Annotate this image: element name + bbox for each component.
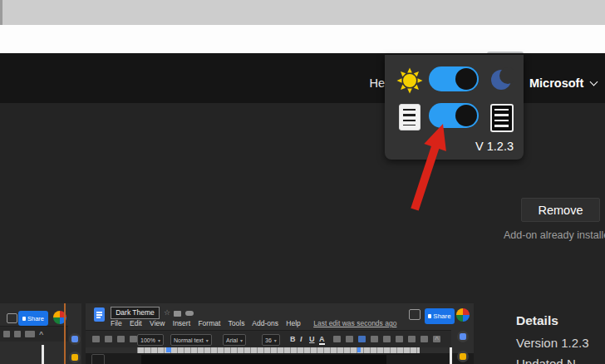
style-chip: Normal text (170, 334, 212, 346)
italic-button: I (300, 335, 302, 343)
document-page-dark (141, 355, 386, 364)
calendar-side-icon (457, 331, 469, 342)
indent-icon (421, 336, 428, 342)
share-button-left-thumb: Share (18, 311, 48, 326)
help-link-partial[interactable]: He (347, 76, 385, 90)
collapse-caret-icon: ^ (39, 330, 43, 338)
bullet-list-icon (396, 336, 403, 342)
last-edit-label: Last edit was seconds ago (313, 319, 396, 327)
toolbar-strip: ^ (0, 326, 68, 342)
toolbar-glyph (25, 331, 35, 337)
avatar (456, 308, 470, 322)
line-spacing-icon (383, 336, 391, 342)
scrollbar (450, 347, 452, 364)
docs-line (96, 312, 102, 313)
moon-icon (489, 67, 514, 96)
numbered-list-icon (408, 336, 416, 342)
microsoft-menu[interactable]: Microsoft (529, 76, 597, 90)
document-dark-icon (490, 104, 514, 132)
menu-edit: Edit (130, 319, 142, 327)
comment-icon (7, 313, 17, 323)
link-icon (333, 336, 341, 342)
menu-format: Format (198, 319, 220, 327)
docs-line (96, 314, 102, 316)
share-label: Share (433, 312, 450, 320)
google-docs-icon (94, 307, 105, 322)
bold-button: B (290, 335, 296, 343)
redo-icon (105, 336, 112, 342)
sun-icon (396, 67, 423, 97)
ruler-margin-marker (357, 347, 361, 352)
window-edge (0, 0, 2, 25)
paint-format-icon (130, 336, 137, 342)
tab-strip[interactable] (0, 0, 605, 25)
addon-installed-status: Add-on already installed (504, 229, 605, 241)
keep-side-icon (69, 352, 81, 363)
details-version: Version 1.2.3 (516, 336, 589, 350)
docs-ruler (137, 347, 420, 353)
underline-button: U (309, 335, 315, 343)
docs-menu-bar: File Edit View Insert Format Tools Add-o… (111, 319, 402, 327)
theme-toggle[interactable] (429, 66, 479, 91)
keep-side-icon (457, 351, 469, 362)
cloud-status-icon (185, 311, 194, 316)
menu-insert: Insert (173, 319, 190, 327)
address-bar[interactable]: ddons/detail/google-docs-dark-mode/mbhpk… (0, 25, 605, 53)
chevron-down-icon (590, 77, 598, 86)
doc-title-box: Dark Theme (111, 307, 160, 319)
thumbnail-edge-line (64, 303, 66, 364)
document-dark-lines (494, 109, 509, 127)
comment-icon (409, 309, 421, 320)
text-color-button: A (319, 335, 325, 345)
screenshot-thumbnail-right[interactable]: Dark Theme ☆ File Edit View Insert Forma… (86, 303, 474, 364)
docs-line (96, 317, 101, 318)
share-label: Share (27, 315, 44, 322)
keep-glyph (71, 354, 78, 361)
calendar-side-icon (69, 333, 81, 345)
doc-star-icon: ☆ (164, 308, 170, 317)
menu-addons: Add-ons (252, 319, 278, 327)
lock-icon (428, 314, 431, 318)
font-chip: Arial (223, 334, 246, 346)
align-center-icon (371, 336, 378, 342)
keep-glyph (460, 353, 466, 360)
image-icon (346, 336, 353, 342)
popup-version-label: V 1.2.3 (475, 140, 514, 153)
red-annotation-arrow (399, 116, 457, 216)
toolbar-glyph (14, 331, 21, 337)
align-left-icon-active (358, 336, 366, 342)
menu-tools: Tools (229, 319, 245, 327)
menu-view: View (150, 319, 165, 327)
calendar-glyph (71, 336, 78, 342)
details-updated-partial: Updated N (516, 357, 576, 364)
menu-file: File (111, 319, 122, 327)
zoom-chip: 100% (137, 334, 164, 346)
screenshot-thumbnail-left[interactable]: Share ^ (0, 303, 81, 364)
print-icon (117, 336, 125, 342)
menu-help: Help (286, 319, 300, 327)
calendar-glyph (460, 333, 466, 340)
details-heading: Details (516, 313, 558, 328)
share-button-right-thumb: Share (425, 308, 455, 324)
scrollbar (42, 345, 44, 364)
page-thumbnail-icon (91, 354, 105, 364)
lock-icon (22, 317, 26, 321)
edit-icon-group (92, 336, 137, 342)
undo-icon (92, 336, 100, 342)
move-folder-icon (174, 311, 181, 317)
toolbar-glyph (3, 331, 10, 337)
remove-button[interactable]: Remove (521, 198, 600, 222)
ruler-indent-marker (166, 347, 171, 352)
microsoft-label: Microsoft (529, 76, 583, 90)
hide-menus-caret-icon: ^ (435, 335, 439, 343)
docs-toolbar: 100% Normal text Arial 36 B I U A ^ (86, 330, 451, 347)
font-size-chip: 36 (262, 334, 280, 346)
insert-icon-group (333, 336, 440, 342)
